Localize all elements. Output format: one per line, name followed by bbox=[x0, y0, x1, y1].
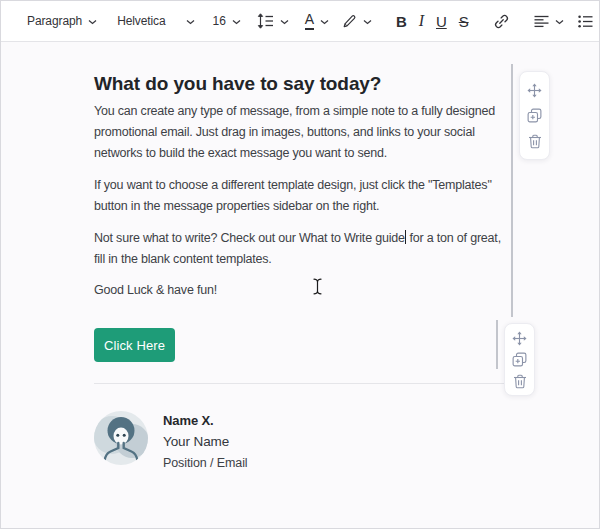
chevron-down-icon bbox=[555, 19, 564, 25]
delete-block-button[interactable] bbox=[528, 134, 542, 149]
delete-block-button[interactable] bbox=[513, 374, 527, 389]
paragraph-style-select[interactable]: Paragraph bbox=[25, 7, 99, 35]
message-paragraph-2[interactable]: If you want to choose a different templa… bbox=[94, 175, 512, 217]
list-select[interactable] bbox=[576, 7, 600, 35]
message-heading[interactable]: What do you have to say today? bbox=[94, 73, 381, 95]
paragraph-3-text-before-caret: Not sure what to write? Check out our Wh… bbox=[94, 231, 405, 245]
align-left-icon bbox=[534, 15, 549, 28]
chevron-down-icon bbox=[320, 19, 329, 25]
bullet-list-icon bbox=[578, 15, 593, 28]
text-color-label: A bbox=[305, 12, 314, 30]
move-block-button[interactable] bbox=[527, 83, 542, 98]
duplicate-block-button[interactable] bbox=[512, 352, 527, 367]
move-icon bbox=[512, 331, 527, 346]
duplicate-icon bbox=[512, 352, 527, 367]
strikethrough-icon: S bbox=[459, 14, 469, 29]
link-button[interactable] bbox=[491, 7, 512, 35]
chevron-down-icon bbox=[186, 19, 195, 25]
signature-avatar[interactable] bbox=[93, 410, 149, 466]
click-here-button[interactable]: Click Here bbox=[94, 328, 175, 362]
formatting-toolbar: Paragraph Helvetica 16 A bbox=[1, 1, 599, 42]
ibeam-mouse-cursor bbox=[312, 278, 323, 299]
chevron-down-icon bbox=[88, 19, 97, 25]
move-icon bbox=[527, 83, 542, 98]
move-block-button[interactable] bbox=[512, 331, 527, 346]
signature-position-email[interactable]: Position / Email bbox=[163, 456, 248, 470]
signature-name[interactable]: Name X. bbox=[163, 413, 214, 428]
underline-button[interactable]: U bbox=[434, 7, 449, 35]
line-height-select[interactable] bbox=[255, 7, 291, 35]
underline-icon: U bbox=[436, 14, 447, 29]
pen-icon bbox=[341, 13, 357, 29]
paragraph-style-value: Paragraph bbox=[27, 14, 82, 28]
button-block-boundary-line bbox=[496, 320, 498, 369]
duplicate-icon bbox=[527, 108, 542, 123]
font-family-select[interactable]: Helvetica bbox=[115, 7, 196, 35]
chevron-down-icon bbox=[363, 19, 372, 25]
strikethrough-button[interactable]: S bbox=[457, 7, 471, 35]
text-block-toolbar bbox=[519, 71, 550, 160]
chevron-down-icon bbox=[232, 19, 241, 25]
italic-button[interactable]: I bbox=[417, 7, 426, 35]
highlight-color-select[interactable] bbox=[339, 7, 374, 35]
trash-icon bbox=[513, 374, 527, 389]
font-size-value: 16 bbox=[213, 14, 226, 28]
button-block-toolbar bbox=[504, 323, 535, 396]
content-divider bbox=[94, 383, 504, 384]
bold-button[interactable]: B bbox=[394, 7, 409, 35]
email-editor-window: Paragraph Helvetica 16 A bbox=[0, 0, 600, 529]
message-paragraph-1[interactable]: You can create any type of message, from… bbox=[94, 101, 512, 164]
message-paragraph-3[interactable]: Not sure what to write? Check out our Wh… bbox=[94, 228, 512, 270]
text-color-select[interactable]: A bbox=[303, 7, 331, 35]
signature-your-name[interactable]: Your Name bbox=[163, 434, 229, 449]
italic-icon: I bbox=[419, 13, 424, 29]
line-height-icon bbox=[257, 13, 274, 29]
alignment-select[interactable] bbox=[532, 7, 566, 35]
person-avatar-icon bbox=[93, 410, 149, 466]
chevron-down-icon bbox=[280, 19, 289, 25]
bold-icon: B bbox=[396, 14, 407, 29]
font-size-select[interactable]: 16 bbox=[211, 7, 243, 35]
text-block-boundary-line bbox=[511, 64, 513, 317]
trash-icon bbox=[528, 134, 542, 149]
message-paragraph-4[interactable]: Good Luck & have fun! bbox=[94, 280, 512, 301]
duplicate-block-button[interactable] bbox=[527, 108, 542, 123]
font-family-value: Helvetica bbox=[117, 14, 165, 28]
link-icon bbox=[493, 13, 510, 30]
